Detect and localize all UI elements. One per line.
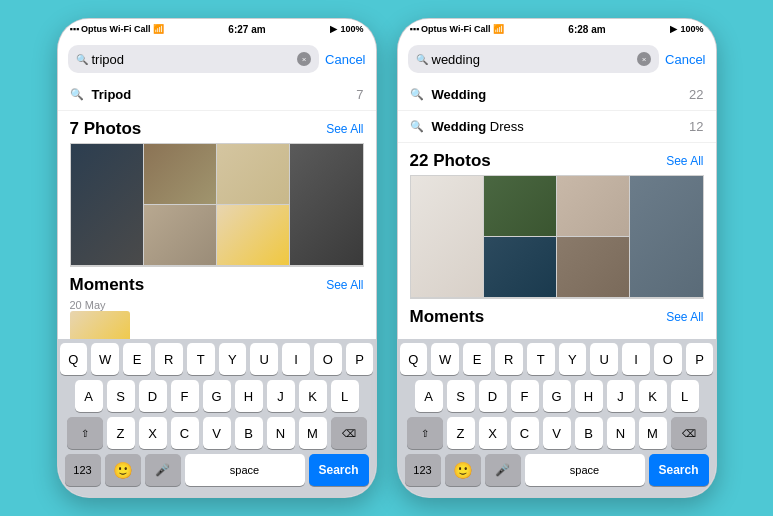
key-r-2[interactable]: R — [495, 343, 523, 375]
key-i-2[interactable]: I — [622, 343, 650, 375]
key-n-2[interactable]: N — [607, 417, 635, 449]
key-search-2[interactable]: Search — [649, 454, 709, 486]
see-all-photos-2[interactable]: See All — [666, 154, 703, 168]
key-o-1[interactable]: O — [314, 343, 342, 375]
key-u-2[interactable]: U — [590, 343, 618, 375]
key-n-1[interactable]: N — [267, 417, 295, 449]
see-all-moments-1[interactable]: See All — [326, 278, 363, 292]
key-c-2[interactable]: C — [511, 417, 539, 449]
key-b-1[interactable]: B — [235, 417, 263, 449]
cancel-button-2[interactable]: Cancel — [665, 52, 705, 67]
key-shift-1[interactable]: ⇧ — [67, 417, 103, 449]
key-e-1[interactable]: E — [123, 343, 151, 375]
key-g-1[interactable]: G — [203, 380, 231, 412]
time-label-2: 6:28 am — [568, 24, 605, 35]
photo-cell-w1[interactable] — [411, 176, 483, 297]
photo-cell-w6[interactable] — [557, 237, 629, 297]
key-k-1[interactable]: K — [299, 380, 327, 412]
photo-cell-2[interactable] — [144, 144, 216, 204]
signal-bars-icon-2: ▶ — [670, 24, 677, 34]
search-field-2[interactable]: 🔍 wedding × — [408, 45, 660, 73]
key-s-1[interactable]: S — [107, 380, 135, 412]
key-delete-2[interactable]: ⌫ — [671, 417, 707, 449]
key-space-2[interactable]: space — [525, 454, 645, 486]
photo-cell-6[interactable] — [217, 205, 289, 265]
key-x-1[interactable]: X — [139, 417, 167, 449]
key-m-1[interactable]: M — [299, 417, 327, 449]
key-y-2[interactable]: Y — [559, 343, 587, 375]
key-q-2[interactable]: Q — [400, 343, 428, 375]
suggestion-row-2b[interactable]: 🔍 Wedding Dress 12 — [398, 111, 716, 143]
key-q-1[interactable]: Q — [60, 343, 88, 375]
key-p-2[interactable]: P — [686, 343, 714, 375]
key-d-2[interactable]: D — [479, 380, 507, 412]
key-e-2[interactable]: E — [463, 343, 491, 375]
suggestion-text-1: Tripod — [92, 87, 357, 102]
key-l-2[interactable]: L — [671, 380, 699, 412]
key-f-2[interactable]: F — [511, 380, 539, 412]
key-space-1[interactable]: space — [185, 454, 305, 486]
photos-section-header-2: 22 Photos See All — [398, 143, 716, 175]
key-search-1[interactable]: Search — [309, 454, 369, 486]
key-123-2[interactable]: 123 — [405, 454, 441, 486]
key-i-1[interactable]: I — [282, 343, 310, 375]
photo-cell-3[interactable] — [217, 144, 289, 204]
moments-header-1: Moments See All — [70, 275, 364, 295]
key-a-2[interactable]: A — [415, 380, 443, 412]
key-y-1[interactable]: Y — [219, 343, 247, 375]
key-b-2[interactable]: B — [575, 417, 603, 449]
key-r-1[interactable]: R — [155, 343, 183, 375]
key-h-1[interactable]: H — [235, 380, 263, 412]
key-j-1[interactable]: J — [267, 380, 295, 412]
key-v-1[interactable]: V — [203, 417, 231, 449]
suggestion-row-1[interactable]: 🔍 Tripod 7 — [58, 79, 376, 111]
key-l-1[interactable]: L — [331, 380, 359, 412]
key-s-2[interactable]: S — [447, 380, 475, 412]
key-w-2[interactable]: W — [431, 343, 459, 375]
moment-photo-1[interactable] — [70, 311, 130, 339]
status-bar-2: ▪▪▪ Optus Wi-Fi Call 📶 6:28 am ▶ 100% — [398, 19, 716, 39]
cancel-button-1[interactable]: Cancel — [325, 52, 365, 67]
key-a-1[interactable]: A — [75, 380, 103, 412]
key-j-2[interactable]: J — [607, 380, 635, 412]
key-emoji-2[interactable]: 🙂 — [445, 454, 481, 486]
suggestion-row-2a[interactable]: 🔍 Wedding 22 — [398, 79, 716, 111]
photo-cell-w2[interactable] — [484, 176, 556, 236]
key-o-2[interactable]: O — [654, 343, 682, 375]
key-v-2[interactable]: V — [543, 417, 571, 449]
photo-cell-1[interactable] — [71, 144, 143, 265]
key-z-1[interactable]: Z — [107, 417, 135, 449]
key-d-1[interactable]: D — [139, 380, 167, 412]
photo-cell-w3[interactable] — [557, 176, 629, 236]
key-123-1[interactable]: 123 — [65, 454, 101, 486]
photo-cell-w5[interactable] — [484, 237, 556, 297]
key-f-1[interactable]: F — [171, 380, 199, 412]
photos-section-header-1: 7 Photos See All — [58, 111, 376, 143]
key-z-2[interactable]: Z — [447, 417, 475, 449]
key-emoji-1[interactable]: 🙂 — [105, 454, 141, 486]
photo-cell-4[interactable] — [290, 144, 362, 265]
key-mic-1[interactable]: 🎤 — [145, 454, 181, 486]
key-t-1[interactable]: T — [187, 343, 215, 375]
see-all-moments-2[interactable]: See All — [666, 310, 703, 324]
search-bar-1: 🔍 tripod × Cancel — [58, 39, 376, 79]
key-g-2[interactable]: G — [543, 380, 571, 412]
key-m-2[interactable]: M — [639, 417, 667, 449]
clear-button-2[interactable]: × — [637, 52, 651, 66]
key-h-2[interactable]: H — [575, 380, 603, 412]
key-u-1[interactable]: U — [250, 343, 278, 375]
key-c-1[interactable]: C — [171, 417, 199, 449]
key-mic-2[interactable]: 🎤 — [485, 454, 521, 486]
photo-cell-w4[interactable] — [630, 176, 702, 297]
search-field-1[interactable]: 🔍 tripod × — [68, 45, 320, 73]
key-t-2[interactable]: T — [527, 343, 555, 375]
key-w-1[interactable]: W — [91, 343, 119, 375]
key-x-2[interactable]: X — [479, 417, 507, 449]
photo-cell-5[interactable] — [144, 205, 216, 265]
key-p-1[interactable]: P — [346, 343, 374, 375]
clear-button-1[interactable]: × — [297, 52, 311, 66]
key-k-2[interactable]: K — [639, 380, 667, 412]
key-delete-1[interactable]: ⌫ — [331, 417, 367, 449]
key-shift-2[interactable]: ⇧ — [407, 417, 443, 449]
see-all-photos-1[interactable]: See All — [326, 122, 363, 136]
